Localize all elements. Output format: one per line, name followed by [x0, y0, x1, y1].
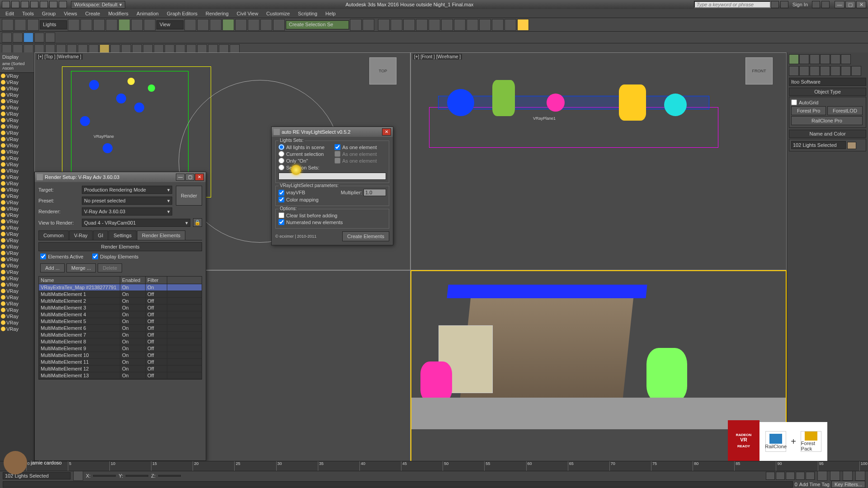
render-element-row[interactable]: VRayExtraTex_Map #2138277791OnOn: [39, 284, 202, 291]
layer-explorer-icon[interactable]: [13, 33, 23, 42]
vls-close[interactable]: ✕: [382, 128, 391, 136]
vls-radio-selsets[interactable]: [278, 164, 284, 170]
refcoord-dropdown[interactable]: View: [156, 20, 184, 29]
cameras-icon[interactable]: [820, 66, 830, 76]
scene-item[interactable]: VRay: [0, 275, 34, 282]
window-maximize[interactable]: ▢: [845, 1, 855, 8]
rs-close[interactable]: ✕: [195, 174, 204, 181]
rs-minimize[interactable]: —: [176, 174, 185, 181]
scene-item[interactable]: VRay: [0, 237, 34, 244]
scene-item[interactable]: VRay: [0, 149, 34, 155]
scene-item[interactable]: VRay: [0, 73, 34, 79]
railclone-icon[interactable]: [24, 33, 33, 42]
current-frame-input[interactable]: 0: [795, 482, 797, 487]
scene-item[interactable]: VRay: [0, 218, 34, 225]
menu-animation[interactable]: Animation: [133, 10, 162, 17]
render-element-row[interactable]: MultiMatteElement 7OnOff: [39, 332, 202, 338]
scene-item[interactable]: VRay: [0, 155, 34, 161]
scene-item[interactable]: VRay: [0, 180, 34, 187]
manip-icon[interactable]: [197, 19, 209, 31]
help-search-input[interactable]: [694, 1, 771, 8]
menu-customize[interactable]: Customize: [263, 10, 293, 17]
forest-lod-button[interactable]: ForestLOD: [827, 106, 862, 115]
menu-create[interactable]: Create: [81, 10, 104, 17]
scene-item[interactable]: VRay: [0, 98, 34, 104]
render-element-row[interactable]: MultiMatteElement 3OnOff: [39, 305, 202, 311]
schematic-icon[interactable]: [403, 19, 415, 31]
save-icon[interactable]: [30, 1, 38, 8]
rollout-object-type[interactable]: Object Type: [789, 88, 866, 96]
scene-item[interactable]: VRay: [0, 244, 34, 250]
play-icon[interactable]: [786, 472, 795, 480]
create-category-dropdown[interactable]: Itoo Software: [789, 78, 866, 86]
render-element-row[interactable]: MultiMatteElement 9OnOff: [39, 345, 202, 352]
scene-item[interactable]: VRay: [0, 136, 34, 142]
redo-icon[interactable]: [49, 1, 57, 8]
render-element-row[interactable]: MultiMatteElement 4OnOff: [39, 311, 202, 318]
scene-item[interactable]: VRay: [0, 79, 34, 85]
scene-item[interactable]: VRay: [0, 92, 34, 98]
render-element-row[interactable]: MultiMatteElement 12OnOff: [39, 366, 202, 372]
vls-numerated-checkbox[interactable]: [278, 219, 284, 225]
render-element-row[interactable]: MultiMatteElement 10OnOff: [39, 352, 202, 359]
render-prod-icon[interactable]: [454, 19, 466, 31]
rs-tab-renderelements[interactable]: Render Elements: [137, 230, 185, 240]
viewcube-top[interactable]: TOP: [369, 57, 396, 84]
mirror-icon[interactable]: [350, 19, 362, 31]
sign-in-link[interactable]: Sign In: [790, 2, 811, 7]
select-rotate-icon[interactable]: [131, 19, 143, 31]
display-tab-icon[interactable]: [830, 54, 840, 64]
render-iterate-icon[interactable]: [467, 19, 478, 31]
scene-item[interactable]: VRay: [0, 269, 34, 275]
scene-explorer-toggle-icon[interactable]: [2, 33, 12, 42]
render-element-row[interactable]: MultiMatteElement 11OnOff: [39, 359, 202, 366]
name-col-header[interactable]: ame (Sorted Ascen: [1, 61, 33, 71]
elements-active-checkbox[interactable]: [40, 253, 46, 259]
add-element-button[interactable]: Add ...: [40, 263, 65, 272]
scene-item[interactable]: VRay: [0, 326, 34, 332]
teapot-render-icon[interactable]: [479, 19, 491, 31]
select-link-icon[interactable]: [2, 19, 14, 31]
vls-radio-onlyon[interactable]: [278, 158, 284, 164]
spinner-snap-icon[interactable]: [260, 19, 272, 31]
tool-icon-b[interactable]: [45, 33, 55, 42]
scene-item[interactable]: VRay: [0, 307, 34, 313]
select-scale-icon[interactable]: [144, 19, 156, 31]
undo-icon[interactable]: [40, 1, 48, 8]
scene-item[interactable]: VRay: [0, 104, 34, 111]
motion-tab-icon[interactable]: [820, 54, 830, 64]
rs-tab-gi[interactable]: GI: [93, 230, 108, 240]
lightbulb-icon[interactable]: [517, 19, 529, 31]
percent-snap-icon[interactable]: [248, 19, 259, 31]
select-move-icon[interactable]: [118, 19, 130, 31]
next-frame-icon[interactable]: [796, 472, 805, 480]
modify-tab-icon[interactable]: [799, 54, 809, 64]
nav-pan-icon[interactable]: [817, 471, 827, 481]
col-name-header[interactable]: Name: [39, 277, 120, 284]
prev-frame-icon[interactable]: [776, 472, 785, 480]
window-crossing-icon[interactable]: [106, 19, 118, 31]
menu-group[interactable]: Group: [38, 10, 60, 17]
render-element-row[interactable]: MultiMatteElement 1OnOff: [39, 291, 202, 298]
utilities-tab-icon[interactable]: [841, 54, 851, 64]
vls-vrayvfb-checkbox[interactable]: [278, 190, 284, 196]
curve-editor-icon[interactable]: [391, 19, 402, 31]
render-element-row[interactable]: MultiMatteElement 5OnOff: [39, 318, 202, 325]
rs-tab-vray[interactable]: V-Ray: [69, 230, 93, 240]
scene-item[interactable]: VRay: [0, 174, 34, 180]
vls-clearlist-checkbox[interactable]: [278, 212, 284, 218]
workspace-selector[interactable]: Workspace: Default▾: [71, 1, 125, 9]
object-color-swatch[interactable]: [847, 142, 856, 149]
maxscript-listener-input[interactable]: [3, 481, 793, 488]
vls-asone-1[interactable]: [335, 144, 340, 150]
align-icon[interactable]: [363, 19, 374, 31]
viewcube-front[interactable]: FRONT: [745, 57, 773, 84]
rs-renderer-dropdown[interactable]: V-Ray Adv 3.60.03: [82, 207, 172, 216]
filter-lights-dropdown[interactable]: Lights: [40, 20, 67, 29]
viewport-front[interactable]: [+] [Front ] [Wireframe ] FRONT VRayPlan…: [410, 52, 787, 270]
geom-icon[interactable]: [789, 66, 799, 76]
window-minimize[interactable]: —: [835, 1, 844, 8]
display-elements-checkbox[interactable]: [92, 253, 98, 259]
scene-item[interactable]: VRay: [0, 111, 34, 117]
rs-lock-view-icon[interactable]: 🔒: [193, 218, 202, 227]
